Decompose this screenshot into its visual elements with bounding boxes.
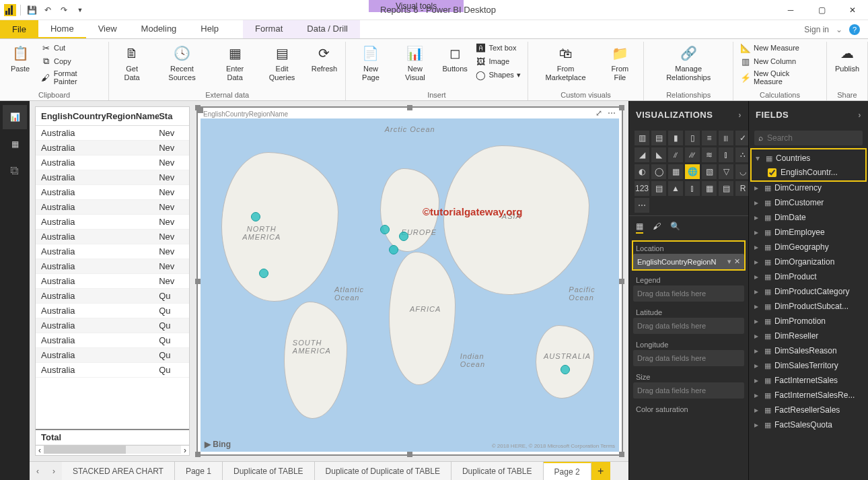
field-table[interactable]: ▸▦FactResellerSales bbox=[752, 403, 865, 417]
page-tab[interactable]: Page 1 bbox=[175, 462, 223, 480]
table-row[interactable]: AustraliaNev bbox=[36, 244, 189, 259]
viz-combo2-icon[interactable]: ⫻ bbox=[685, 147, 700, 162]
page-tab[interactable]: STACKED AREA CHART bbox=[62, 462, 175, 480]
field-table[interactable]: ▸▦DimReseller bbox=[752, 329, 865, 343]
map-bubble[interactable] bbox=[259, 269, 268, 278]
format-tab-icon[interactable]: 🖌 bbox=[653, 221, 661, 234]
viz-kpi-icon[interactable]: ▲ bbox=[668, 181, 683, 196]
minimize-button[interactable]: ─ bbox=[775, 0, 806, 20]
viz-clustered-col-icon[interactable]: ▯ bbox=[685, 131, 700, 145]
viz-stacked-area-icon[interactable]: ◣ bbox=[651, 147, 666, 162]
viz-matrix-icon[interactable]: ▤ bbox=[719, 181, 733, 196]
table-row[interactable]: AustraliaQu bbox=[36, 289, 189, 304]
well-dropzone[interactable]: Drag data fields here bbox=[633, 382, 744, 399]
qat-dropdown-icon[interactable]: ▼ bbox=[73, 3, 87, 17]
viz-table-icon[interactable]: ▦ bbox=[702, 181, 717, 196]
table-row[interactable]: AustraliaNev bbox=[36, 126, 189, 141]
add-page-button[interactable]: + bbox=[591, 462, 610, 480]
table-header-col1[interactable]: EnglishCountryRegionName bbox=[41, 111, 159, 121]
shapes-button[interactable]: ◯Shapes▾ bbox=[474, 69, 521, 81]
location-chip[interactable]: EnglishCountryRegionN▾✕ bbox=[633, 254, 744, 269]
undo-icon[interactable]: ↶ bbox=[41, 3, 55, 17]
viz-100col-icon[interactable]: ⫼ bbox=[719, 131, 733, 145]
field-table[interactable]: ▸▦DimGeography bbox=[752, 240, 865, 254]
recent-sources-button[interactable]: 🕓Recent Sources bbox=[153, 42, 211, 83]
report-view-button[interactable]: 📊 bbox=[3, 105, 27, 129]
viz-area-icon[interactable]: ◢ bbox=[635, 147, 649, 162]
file-tab[interactable]: File bbox=[0, 20, 38, 38]
buttons-button[interactable]: ◻Buttons bbox=[440, 42, 470, 75]
map-canvas[interactable]: Arctic Ocean NORTH AMERICA SOUTH AMERICA… bbox=[201, 118, 619, 452]
size-well[interactable]: Size Drag data fields here bbox=[633, 370, 744, 399]
viz-slicer-icon[interactable]: ⫿ bbox=[685, 181, 700, 196]
viz-waterfall-icon[interactable]: ⫿ bbox=[719, 147, 733, 162]
latitude-well[interactable]: Latitude Drag data fields here bbox=[633, 306, 744, 334]
table-row[interactable]: AustraliaNev bbox=[36, 141, 189, 156]
viz-more-icon[interactable]: ⋯ bbox=[635, 198, 649, 213]
well-dropzone[interactable]: Drag data fields here bbox=[633, 350, 744, 366]
table-row[interactable]: AustraliaNev bbox=[36, 274, 189, 289]
remove-field-icon[interactable]: ✕ bbox=[734, 257, 740, 266]
get-data-button[interactable]: 🗎Get Data bbox=[114, 42, 149, 83]
page-tab[interactable]: Page 2 bbox=[544, 462, 591, 480]
field-table[interactable]: ▸▦DimEmployee bbox=[752, 225, 865, 240]
page-tab[interactable]: Duplicate of TABLE bbox=[223, 462, 315, 480]
viz-multirow-icon[interactable]: ▤ bbox=[651, 181, 666, 196]
home-tab[interactable]: Home bbox=[38, 20, 86, 38]
new-measure-button[interactable]: 📐New Measure bbox=[739, 42, 821, 54]
model-view-button[interactable]: ⿻ bbox=[3, 159, 27, 183]
location-well[interactable]: Location EnglishCountryRegionN▾✕ bbox=[633, 242, 744, 269]
longitude-well[interactable]: Longitude Drag data fields here bbox=[633, 338, 744, 366]
modeling-tab[interactable]: Modeling bbox=[129, 20, 189, 38]
well-dropzone[interactable]: Drag data fields here bbox=[633, 318, 744, 334]
fields-search[interactable]: ⌕ bbox=[754, 131, 863, 145]
page-tab[interactable]: Duplicate of Duplicate of TABLE bbox=[315, 462, 451, 480]
image-button[interactable]: 🖼Image bbox=[474, 55, 521, 67]
close-button[interactable]: ✕ bbox=[837, 0, 868, 20]
viz-clustered-bar-icon[interactable]: ▤ bbox=[651, 131, 666, 145]
table-row[interactable]: AustraliaNev bbox=[36, 170, 189, 185]
table-row[interactable]: AustraliaNev bbox=[36, 230, 189, 244]
maximize-button[interactable]: ▢ bbox=[806, 0, 837, 20]
more-options-icon[interactable]: ⋯ bbox=[608, 108, 616, 118]
copy-button[interactable]: ⧉Copy bbox=[39, 55, 103, 67]
table-scrollbar[interactable]: ‹› bbox=[36, 445, 189, 455]
view-tab[interactable]: View bbox=[86, 20, 129, 38]
viz-pie-icon[interactable]: ◐ bbox=[635, 164, 649, 179]
publish-button[interactable]: ☁Publish bbox=[832, 42, 862, 75]
field-table[interactable]: ▸▦FactSalesQuota bbox=[752, 417, 865, 432]
field-table[interactable]: ▸▦DimSalesTerritory bbox=[752, 358, 865, 373]
viz-filled-map-icon[interactable]: ▧ bbox=[702, 164, 717, 179]
field-table[interactable]: ▸▦DimProduct bbox=[752, 269, 865, 284]
field-table[interactable]: ▸▦DimCustomer bbox=[752, 195, 865, 210]
textbox-button[interactable]: 🅰Text box bbox=[474, 42, 521, 54]
page-tab[interactable]: Duplicate of TABLE bbox=[451, 462, 544, 480]
field-table[interactable]: ▸▦DimProductCategory bbox=[752, 284, 865, 299]
legend-well[interactable]: Legend Drag data fields here bbox=[633, 273, 744, 302]
save-icon[interactable]: 💾 bbox=[25, 3, 38, 17]
analytics-tab-icon[interactable]: 🔍 bbox=[670, 221, 680, 234]
table-row[interactable]: AustraliaNev bbox=[36, 200, 189, 215]
field-table[interactable]: ▸▦DimDate bbox=[752, 210, 865, 225]
field-table[interactable]: ▾▦Countries bbox=[753, 151, 864, 166]
viz-ribbon-icon[interactable]: ≋ bbox=[702, 147, 717, 162]
table-row[interactable]: AustraliaNev bbox=[36, 259, 189, 274]
fields-tab-icon[interactable]: ▦ bbox=[636, 221, 643, 234]
field-table[interactable]: ▸▦DimPromotion bbox=[752, 314, 865, 329]
field-column[interactable]: EnglishCountr... bbox=[753, 166, 864, 179]
viz-funnel-icon[interactable]: ▽ bbox=[719, 164, 733, 179]
new-quick-measure-button[interactable]: ⚡New Quick Measure bbox=[739, 69, 821, 86]
cut-button[interactable]: ✂Cut bbox=[39, 42, 103, 54]
color-saturation-well[interactable]: Color saturation bbox=[633, 403, 744, 415]
viz-stacked-bar-icon[interactable]: ▥ bbox=[635, 131, 649, 145]
viz-card-icon[interactable]: 123 bbox=[635, 181, 649, 196]
collapse-pane-icon[interactable]: › bbox=[858, 110, 861, 120]
table-row[interactable]: AustraliaQu bbox=[36, 333, 189, 348]
manage-relationships-button[interactable]: 🔗Manage Relationships bbox=[649, 42, 727, 83]
field-checkbox[interactable] bbox=[768, 168, 776, 177]
format-painter-button[interactable]: 🖌Format Painter bbox=[39, 69, 103, 86]
data-view-button[interactable]: ▦ bbox=[3, 132, 27, 156]
tab-scroll-left[interactable]: ‹ bbox=[30, 462, 46, 480]
new-page-button[interactable]: 📄New Page bbox=[351, 42, 390, 83]
field-table[interactable]: ▸▦DimProductSubcat... bbox=[752, 299, 865, 314]
